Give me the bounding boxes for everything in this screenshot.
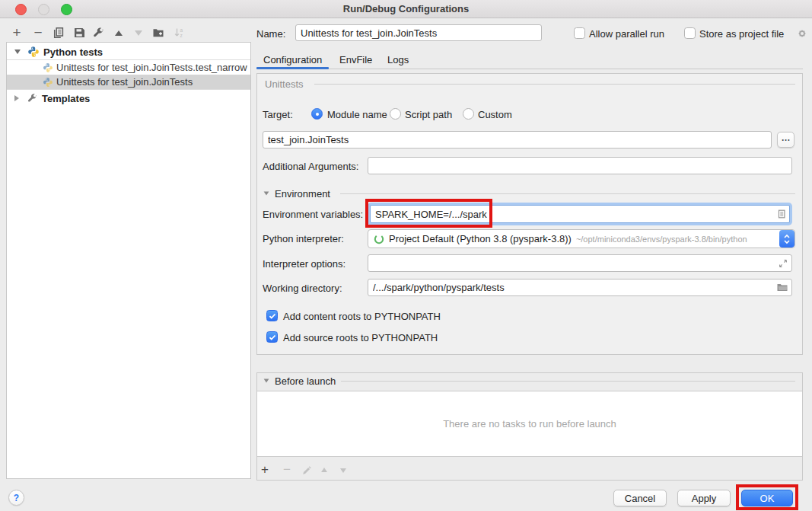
- before-launch-section-rule: [341, 381, 795, 382]
- working-directory-label: Working directory:: [263, 283, 342, 295]
- copy-configuration-icon[interactable]: [51, 25, 66, 40]
- store-options-gear-icon[interactable]: [796, 27, 808, 40]
- tab-envfile[interactable]: EnvFile: [339, 54, 372, 65]
- python-interpreter-label: Python interpreter:: [263, 233, 344, 245]
- browse-folder-icon[interactable]: [776, 281, 788, 293]
- add-content-roots-label[interactable]: Add content roots to PYTHONPATH: [283, 311, 441, 323]
- help-question-mark: ?: [14, 493, 19, 503]
- add-task-icon[interactable]: +: [261, 465, 269, 475]
- allow-parallel-run-label[interactable]: Allow parallel run: [589, 28, 664, 40]
- python-interpreter-value: Project Default (Python 3.8 (pyspark-3.8…: [389, 233, 572, 244]
- expander-right-icon[interactable]: [14, 95, 19, 101]
- python-env-icon: [373, 233, 385, 245]
- cancel-button[interactable]: Cancel: [613, 490, 667, 506]
- additional-arguments-input[interactable]: [368, 157, 792, 174]
- browse-module-button[interactable]: …: [777, 132, 794, 148]
- move-task-up-icon: [321, 468, 327, 472]
- environment-section-rule: [340, 193, 795, 194]
- python-interpreter-path: ~/opt/miniconda3/envs/pyspark-3.8/bin/py…: [576, 235, 779, 244]
- target-module-name-label[interactable]: Module name: [327, 109, 387, 121]
- allow-parallel-run-checkbox[interactable]: [574, 27, 585, 39]
- tab-logs[interactable]: Logs: [387, 54, 409, 65]
- sort-configurations-icon: [172, 25, 187, 40]
- tree-item-unittests-jointests-selected[interactable]: Unittests for test_join.JoinTests: [7, 75, 250, 90]
- ok-button-label: OK: [760, 493, 775, 504]
- titlebar: Run/Debug Configurations: [0, 0, 812, 18]
- store-as-project-file-checkbox[interactable]: [684, 27, 696, 39]
- tree-item-label: Unittests for test_join.JoinTests: [56, 76, 193, 88]
- tree-item-label: Python tests: [43, 46, 103, 58]
- python-interpreter-select[interactable]: Project Default (Python 3.8 (pyspark-3.8…: [368, 229, 795, 248]
- target-module-name-radio[interactable]: [311, 108, 323, 120]
- remove-task-icon: −: [283, 465, 291, 475]
- environment-variables-label: Environment variables:: [263, 209, 363, 221]
- expand-field-icon[interactable]: [778, 258, 788, 269]
- module-name-input[interactable]: [263, 131, 772, 149]
- before-launch-empty-message: There are no tasks to run before launch: [443, 418, 616, 430]
- add-source-roots-label[interactable]: Add source roots to PYTHONPATH: [283, 332, 438, 344]
- unittests-section-title: Unittests: [265, 78, 304, 90]
- interpreter-dropdown-stepper[interactable]: [779, 230, 794, 248]
- window-title: Run/Debug Configurations: [0, 3, 812, 14]
- cancel-button-label: Cancel: [625, 493, 655, 504]
- active-tab-underline: [256, 67, 329, 69]
- target-script-path-label[interactable]: Script path: [405, 109, 452, 121]
- apply-button[interactable]: Apply: [677, 490, 731, 506]
- interpreter-options-label: Interpreter options:: [263, 258, 345, 270]
- python-test-icon: [43, 77, 53, 88]
- tree-item-python-tests[interactable]: Python tests: [7, 44, 250, 59]
- wrench-icon: [27, 93, 38, 104]
- add-content-roots-checkbox[interactable]: [266, 310, 278, 321]
- unittests-section-rule: [314, 84, 795, 85]
- working-directory-input[interactable]: [368, 279, 792, 296]
- tab-configuration[interactable]: Configuration: [263, 54, 322, 65]
- before-launch-task-list: There are no tasks to run before launch: [257, 391, 802, 457]
- up-down-chevrons-icon: [783, 233, 791, 245]
- new-folder-icon[interactable]: [151, 25, 166, 40]
- edit-env-vars-icon[interactable]: [776, 209, 787, 219]
- apply-button-label: Apply: [692, 493, 717, 504]
- before-launch-section-title[interactable]: Before launch: [275, 375, 336, 388]
- environment-section-title[interactable]: Environment: [275, 188, 330, 200]
- name-label: Name:: [256, 28, 285, 40]
- target-custom-radio[interactable]: [463, 108, 474, 120]
- expander-down-icon[interactable]: [14, 50, 21, 54]
- store-as-project-file-label[interactable]: Store as project file: [699, 28, 784, 40]
- python-test-icon: [43, 62, 53, 73]
- edit-task-icon: [301, 465, 312, 476]
- tree-item-label: Templates: [42, 93, 90, 104]
- add-source-roots-checkbox[interactable]: [266, 331, 278, 343]
- before-launch-collapse-icon[interactable]: [264, 378, 269, 382]
- tree-item-templates[interactable]: Templates: [7, 91, 250, 106]
- tabs-divider: [329, 69, 803, 69]
- move-task-down-icon: [340, 468, 346, 473]
- ok-button[interactable]: OK: [741, 490, 793, 506]
- move-up-icon[interactable]: [111, 25, 126, 40]
- run-debug-configurations-dialog: Run/Debug Configurations + − Python test…: [0, 0, 812, 511]
- remove-configuration-icon[interactable]: −: [30, 25, 46, 40]
- tree-item-unittests-test-narrow[interactable]: Unittests for test_join.JoinTests.test_n…: [7, 59, 250, 75]
- target-label: Target:: [263, 109, 293, 121]
- additional-arguments-label: Additional Arguments:: [263, 161, 358, 173]
- interpreter-options-input[interactable]: [368, 254, 792, 272]
- tree-item-label: Unittests for test_join.JoinTests.test_n…: [56, 62, 247, 73]
- save-configuration-icon[interactable]: [72, 25, 87, 40]
- configurations-tree: Python tests Unittests for test_join.Joi…: [6, 42, 251, 479]
- name-input[interactable]: [295, 24, 542, 41]
- python-icon: [27, 46, 40, 58]
- add-configuration-icon[interactable]: +: [9, 25, 24, 40]
- help-button[interactable]: ?: [8, 490, 24, 506]
- edit-templates-icon[interactable]: [91, 25, 107, 40]
- target-script-path-radio[interactable]: [390, 108, 401, 120]
- environment-variables-input[interactable]: [370, 205, 790, 223]
- browse-ellipsis: …: [782, 135, 791, 141]
- move-down-icon: [131, 25, 146, 40]
- environment-collapse-icon[interactable]: [264, 191, 269, 195]
- target-custom-label[interactable]: Custom: [478, 109, 512, 121]
